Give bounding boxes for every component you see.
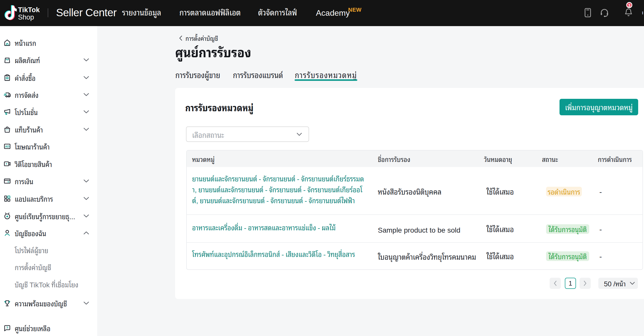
svg-text:?: ?	[6, 326, 8, 330]
svg-text:AD: AD	[5, 145, 9, 148]
